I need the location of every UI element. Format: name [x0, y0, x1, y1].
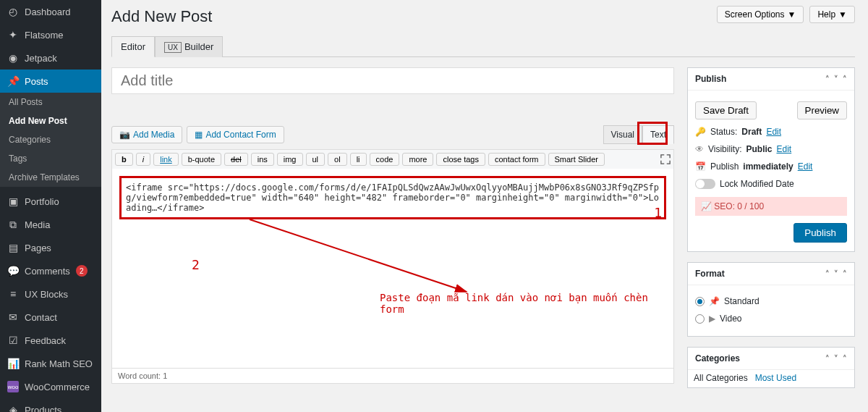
qt-img[interactable]: img — [277, 153, 303, 166]
tab-editor[interactable]: Editor — [111, 36, 155, 57]
edit-visibility-link[interactable]: Edit — [776, 144, 791, 154]
chevron-down-icon[interactable]: ˅ — [834, 75, 838, 84]
comments-badge: 2 — [76, 265, 88, 277]
format-standard-label: Standard — [724, 296, 760, 306]
qt-ins[interactable]: ins — [251, 153, 274, 166]
qt-bquote[interactable]: b-quote — [182, 153, 221, 166]
sidebar-item-contact[interactable]: ✉Contact — [0, 306, 101, 329]
sidebar-item-portfolio[interactable]: ▣Portfolio — [0, 190, 101, 213]
sidebar-item-media[interactable]: ⧉Media — [0, 213, 101, 236]
add-media-button[interactable]: 📷 Add Media — [111, 126, 182, 143]
format-video-radio[interactable] — [695, 314, 705, 324]
admin-sidebar: ◴Dashboard ✦Flatsome ◉Jetpack 📌Posts All… — [0, 0, 101, 412]
categories-panel: Categories˄˅˄ All Categories Most Used — [687, 347, 855, 388]
sidebar-sub-archive-templates[interactable]: Archive Templates — [0, 168, 101, 187]
main-content: Screen Options ▼ Help ▼ Add New Post Edi… — [101, 0, 868, 412]
publish-button[interactable]: Publish — [793, 223, 847, 243]
format-standard-radio[interactable] — [695, 297, 705, 306]
preview-button[interactable]: Preview — [797, 101, 847, 119]
sidebar-item-comments[interactable]: 💬Comments 2 — [0, 259, 101, 282]
sidebar-item-woocommerce[interactable]: wooWooCommerce — [0, 375, 101, 398]
categories-panel-title: Categories — [695, 353, 740, 363]
chevron-up-icon[interactable]: ˄ — [843, 269, 847, 279]
qt-ul[interactable]: ul — [306, 153, 326, 166]
fullscreen-icon[interactable] — [660, 154, 671, 164]
qt-link[interactable]: link — [153, 153, 179, 166]
visibility-value: Public — [746, 144, 772, 154]
chevron-up-icon[interactable]: ˄ — [843, 354, 847, 363]
chevron-down-icon: ▼ — [838, 9, 847, 20]
chevron-up-icon[interactable]: ˄ — [825, 75, 830, 84]
sidebar-sub-add-new-post[interactable]: Add New Post — [0, 112, 101, 130]
chevron-down-icon: ▼ — [788, 9, 796, 20]
qt-more[interactable]: more — [402, 153, 433, 166]
help-button[interactable]: Help ▼ — [809, 6, 855, 23]
chart-icon: 📊 — [7, 358, 19, 369]
chevron-up-icon[interactable]: ˄ — [825, 269, 830, 279]
edit-status-link[interactable]: Edit — [766, 127, 781, 137]
qt-code[interactable]: code — [370, 153, 400, 166]
add-contact-form-button[interactable]: ▦ Add Contact Form — [187, 126, 284, 143]
sidebar-item-ux-blocks[interactable]: ≡UX Blocks — [0, 282, 101, 306]
publish-immediately: immediately — [743, 161, 793, 172]
cat-tab-most-used[interactable]: Most Used — [755, 373, 796, 384]
chevron-down-icon[interactable]: ˅ — [834, 354, 838, 363]
qt-ol[interactable]: ol — [328, 153, 347, 166]
feedback-icon: ☑ — [7, 335, 19, 346]
speedometer-icon: ◴ — [7, 6, 19, 17]
cog-icon: ✦ — [7, 29, 19, 41]
chevron-up-icon[interactable]: ˄ — [825, 354, 830, 363]
comment-icon: 💬 — [7, 265, 19, 277]
annotation-box-code: <iframe src="https://docs.google.com/for… — [119, 176, 666, 219]
status-value: Draft — [741, 127, 762, 137]
lock-modified-date-toggle[interactable] — [695, 179, 715, 189]
sidebar-sub-all-posts[interactable]: All Posts — [0, 93, 101, 112]
sidebar-item-feedback[interactable]: ☑Feedback — [0, 329, 101, 352]
video-icon: ▶ — [709, 314, 715, 324]
sidebar-item-flatsome[interactable]: ✦Flatsome — [0, 23, 101, 46]
editor-tabs: Editor UXBuilder — [111, 36, 855, 57]
sidebar-sub-tags[interactable]: Tags — [0, 149, 101, 168]
qt-bold[interactable]: b — [115, 153, 133, 166]
jetpack-icon: ◉ — [7, 52, 19, 64]
format-panel-title: Format — [695, 269, 725, 279]
cat-tab-all[interactable]: All Categories — [694, 373, 748, 384]
blocks-icon: ≡ — [7, 288, 19, 300]
camera-icon: ⧉ — [7, 219, 19, 230]
title-input[interactable] — [111, 67, 674, 94]
screen-options-button[interactable]: Screen Options ▼ — [717, 6, 804, 23]
sidebar-item-rank-math[interactable]: 📊Rank Math SEO — [0, 352, 101, 375]
sidebar-item-pages[interactable]: ▤Pages — [0, 236, 101, 259]
format-panel: Format˄˅˄ 📌 Standard ▶ Video — [687, 262, 855, 337]
calendar-icon: 📅 — [695, 161, 706, 172]
save-draft-button[interactable]: Save Draft — [695, 101, 757, 119]
qt-italic[interactable]: i — [136, 153, 150, 166]
edit-publish-time-link[interactable]: Edit — [798, 161, 813, 172]
qt-del[interactable]: del — [224, 153, 248, 166]
chevron-up-icon[interactable]: ˄ — [843, 75, 847, 84]
sidebar-item-posts[interactable]: 📌Posts — [0, 70, 101, 93]
text-editor-area[interactable]: <iframe src="https://docs.google.com/for… — [111, 169, 674, 369]
annotation-number-2: 2 — [192, 257, 200, 272]
qt-smart-slider[interactable]: Smart Slider — [548, 153, 605, 166]
qt-contact-form[interactable]: contact form — [488, 153, 545, 166]
editor-content-text: <iframe src="https://docs.google.com/for… — [126, 182, 659, 213]
sidebar-item-jetpack[interactable]: ◉Jetpack — [0, 46, 101, 70]
sidebar-sub-categories[interactable]: Categories — [0, 130, 101, 149]
qt-close-tags[interactable]: close tags — [436, 153, 485, 166]
tab-ux-builder[interactable]: UXBuilder — [155, 36, 223, 57]
annotation-number-1: 1 — [654, 205, 662, 220]
woo-icon: woo — [7, 381, 19, 392]
qt-li[interactable]: li — [350, 153, 367, 166]
chevron-down-icon[interactable]: ˅ — [834, 269, 838, 279]
sidebar-item-dashboard[interactable]: ◴Dashboard — [0, 0, 101, 23]
eye-icon: 👁 — [695, 144, 704, 154]
status-label: Status: — [710, 127, 737, 137]
form-icon: ▦ — [195, 130, 203, 140]
annotation-box-text-mode — [637, 122, 668, 145]
sidebar-item-products[interactable]: ◈Products — [0, 398, 101, 412]
briefcase-icon: ▣ — [7, 196, 19, 207]
ux-badge: UX — [164, 42, 182, 53]
word-count-bar: Word count: 1 — [111, 369, 674, 384]
lock-modified-date-label: Lock Modified Date — [720, 179, 794, 189]
